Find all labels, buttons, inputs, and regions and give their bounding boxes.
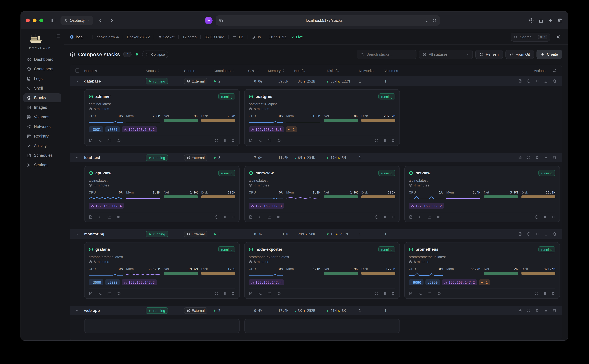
- column-header-net-i-o[interactable]: Net I/O: [294, 69, 327, 72]
- files-button[interactable]: [267, 138, 271, 143]
- inspect-button[interactable]: [437, 215, 441, 219]
- restart-button[interactable]: [375, 138, 379, 143]
- restart-button[interactable]: [375, 215, 379, 219]
- logs-button[interactable]: [249, 215, 253, 219]
- pause-button[interactable]: [383, 138, 387, 143]
- stop-button[interactable]: [535, 156, 539, 160]
- port-chip[interactable]: :3000: [89, 279, 103, 285]
- extension-avatar[interactable]: ✦: [205, 17, 213, 24]
- column-header-memory[interactable]: Memory: [268, 69, 294, 72]
- files-button[interactable]: [267, 215, 271, 219]
- shell-button[interactable]: [98, 291, 102, 296]
- refresh-button[interactable]: Refresh: [476, 50, 503, 59]
- global-search-input[interactable]: Search... ⌘ K: [511, 32, 550, 41]
- share-icon[interactable]: [538, 18, 543, 23]
- ip-chip[interactable]: 192.168.148.3: [249, 126, 284, 132]
- select-all-checkbox[interactable]: [70, 68, 84, 73]
- column-header-volumes[interactable]: Volumes: [384, 69, 412, 72]
- restart-button[interactable]: [214, 138, 219, 143]
- stack-row-web-app[interactable]: web-apprunningExternal20.4%17.6M↓3K↑252B…: [70, 306, 562, 315]
- sidebar-item-settings[interactable]: Settings: [23, 161, 61, 169]
- ip-chip[interactable]: 192.168.148.2: [122, 126, 157, 132]
- shell-button[interactable]: [418, 291, 422, 296]
- column-header-disk-i-o[interactable]: Disk I/O: [327, 69, 359, 72]
- tab-switcher-icon[interactable]: [219, 18, 223, 23]
- sidebar-toggle-button[interactable]: [49, 16, 57, 25]
- logs-button[interactable]: [249, 291, 253, 296]
- pause-button[interactable]: [223, 138, 227, 143]
- volume-chip[interactable]: 1: [479, 279, 490, 285]
- ip-chip[interactable]: 192.168.147.4: [249, 279, 284, 285]
- search-stacks-field[interactable]: [366, 52, 413, 56]
- pause-button[interactable]: [543, 215, 547, 219]
- column-header-actions[interactable]: Actions: [412, 68, 562, 73]
- sidebar-item-containers[interactable]: Containers: [23, 65, 61, 74]
- restart-button[interactable]: [214, 291, 219, 296]
- pull-button[interactable]: [544, 308, 548, 312]
- ip-chip[interactable]: 192.168.147.2: [442, 279, 477, 285]
- chevron-down-icon[interactable]: [75, 79, 79, 83]
- inspect-button[interactable]: [277, 291, 281, 296]
- volume-chip[interactable]: 1: [286, 126, 297, 132]
- inspect-button[interactable]: [437, 291, 441, 296]
- stop-button[interactable]: [231, 291, 235, 296]
- inspect-button[interactable]: [277, 215, 281, 219]
- column-settings-icon[interactable]: [553, 68, 557, 73]
- restart-button[interactable]: [535, 215, 539, 219]
- restart-button[interactable]: [527, 232, 531, 236]
- files-button[interactable]: [107, 215, 111, 219]
- ip-chip[interactable]: 192.168.147.3: [122, 279, 157, 285]
- restart-button[interactable]: [214, 215, 219, 219]
- stop-button[interactable]: [551, 215, 555, 219]
- inspect-button[interactable]: [117, 215, 121, 219]
- downloads-icon[interactable]: [529, 18, 534, 23]
- stop-button[interactable]: [535, 232, 539, 236]
- pause-button[interactable]: [383, 291, 387, 296]
- from-git-button[interactable]: From Git: [505, 50, 534, 59]
- port-chip[interactable]: :9090: [409, 279, 423, 285]
- logs-button[interactable]: [89, 215, 93, 219]
- sidebar-collapse-icon[interactable]: [56, 34, 60, 38]
- stack-row-monitoring[interactable]: monitoringrunningExternal30.3%315M↓20M↑5…: [70, 229, 562, 239]
- delete-button[interactable]: [553, 79, 557, 83]
- pause-button[interactable]: [543, 291, 547, 296]
- shell-button[interactable]: [98, 138, 102, 143]
- files-button[interactable]: [427, 215, 431, 219]
- column-header-status[interactable]: Status: [146, 69, 184, 72]
- minimize-button[interactable]: [33, 19, 36, 22]
- stop-button[interactable]: [391, 291, 395, 296]
- restart-button[interactable]: [527, 308, 531, 312]
- sidebar-item-images[interactable]: Images: [23, 103, 61, 112]
- logs-button[interactable]: [89, 291, 93, 296]
- extensions-icon[interactable]: [425, 18, 430, 23]
- stop-button[interactable]: [535, 308, 539, 312]
- logs-button[interactable]: [409, 215, 413, 219]
- logs-button[interactable]: [518, 156, 522, 160]
- pause-button[interactable]: [223, 215, 227, 219]
- inspect-button[interactable]: [117, 291, 121, 296]
- files-button[interactable]: [267, 291, 271, 296]
- chevron-down-icon[interactable]: [75, 232, 79, 236]
- logs-button[interactable]: [518, 232, 522, 236]
- pause-button[interactable]: [223, 291, 227, 296]
- theme-toggle-button[interactable]: [554, 33, 562, 41]
- chevron-down-icon[interactable]: [75, 308, 79, 312]
- column-header-networks[interactable]: Networks: [359, 69, 384, 72]
- pull-button[interactable]: [544, 79, 548, 83]
- environment-select[interactable]: local: [70, 35, 88, 39]
- shell-button[interactable]: [258, 138, 262, 143]
- delete-button[interactable]: [553, 156, 557, 160]
- create-button[interactable]: Create: [537, 50, 562, 59]
- profile-menu[interactable]: Osobisty: [60, 16, 93, 25]
- port-chip[interactable]: :9090: [425, 279, 440, 285]
- logs-button[interactable]: [249, 138, 253, 143]
- delete-button[interactable]: [553, 232, 557, 236]
- ip-chip[interactable]: 192.168.117.4: [89, 203, 124, 209]
- stop-button[interactable]: [231, 138, 235, 143]
- sidebar-item-shell[interactable]: Shell: [23, 84, 61, 93]
- inspect-button[interactable]: [277, 138, 281, 143]
- port-chip[interactable]: :8081: [89, 126, 103, 132]
- reload-icon[interactable]: [433, 18, 437, 23]
- stop-button[interactable]: [535, 79, 539, 83]
- pull-button[interactable]: [544, 156, 548, 160]
